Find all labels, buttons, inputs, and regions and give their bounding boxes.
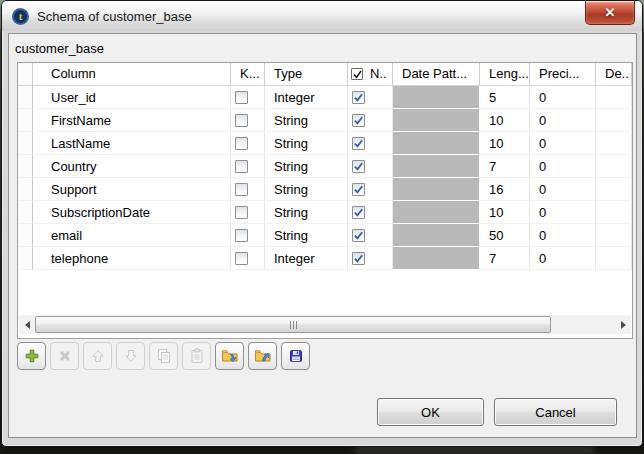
- default-cell[interactable]: [596, 224, 632, 247]
- default-cell[interactable]: [596, 155, 632, 178]
- add-column-button[interactable]: [17, 342, 46, 370]
- row-selector-cell[interactable]: [18, 201, 33, 224]
- cancel-button[interactable]: Cancel: [494, 398, 617, 426]
- paste-button: [182, 342, 211, 370]
- key-cell: [231, 201, 265, 224]
- nullable-checkbox[interactable]: [352, 229, 365, 242]
- schema-name-label: customer_base: [15, 41, 104, 56]
- nullable-checkbox[interactable]: [352, 206, 365, 219]
- scrollbar-track[interactable]: [35, 316, 615, 333]
- key-cell: [231, 178, 265, 201]
- nullable-checkbox[interactable]: [352, 114, 365, 127]
- type-cell[interactable]: String: [265, 132, 348, 155]
- close-button[interactable]: ✕: [585, 1, 635, 25]
- type-cell[interactable]: String: [265, 224, 348, 247]
- length-cell[interactable]: 10: [480, 132, 530, 155]
- length-cell[interactable]: 7: [480, 247, 530, 270]
- date-pattern-cell-disabled: [393, 201, 480, 224]
- key-checkbox[interactable]: [235, 160, 248, 173]
- key-checkbox[interactable]: [235, 252, 248, 265]
- column-name-cell[interactable]: Country: [33, 155, 231, 178]
- plus-icon: [24, 348, 40, 364]
- nullable-checkbox[interactable]: [352, 160, 365, 173]
- table-row: User_id Integer 5 0: [18, 86, 632, 109]
- length-cell[interactable]: 10: [480, 109, 530, 132]
- check-icon: [353, 161, 364, 172]
- precision-cell[interactable]: 0: [530, 224, 596, 247]
- select-all-nullable-checkbox[interactable]: [351, 68, 363, 80]
- nullable-checkbox[interactable]: [352, 137, 365, 150]
- default-cell[interactable]: [596, 178, 632, 201]
- precision-cell[interactable]: 0: [530, 247, 596, 270]
- window-titlebar[interactable]: t Schema of customer_base ✕: [2, 1, 642, 31]
- check-icon: [353, 138, 364, 149]
- nullable-checkbox[interactable]: [352, 183, 365, 196]
- default-cell[interactable]: [596, 132, 632, 155]
- column-name-cell[interactable]: email: [33, 224, 231, 247]
- type-cell[interactable]: Integer: [265, 86, 348, 109]
- type-cell[interactable]: String: [265, 109, 348, 132]
- key-checkbox[interactable]: [235, 229, 248, 242]
- table-row: Support String 16 0: [18, 178, 632, 201]
- dialog-action-buttons: OK Cancel: [377, 398, 617, 426]
- save-schema-button[interactable]: [281, 342, 310, 370]
- horizontal-scrollbar[interactable]: [19, 315, 631, 334]
- precision-cell[interactable]: 0: [530, 109, 596, 132]
- check-icon: [353, 70, 362, 79]
- type-cell[interactable]: String: [265, 201, 348, 224]
- column-name-cell[interactable]: LastName: [33, 132, 231, 155]
- key-checkbox[interactable]: [235, 114, 248, 127]
- row-selector-cell[interactable]: [18, 86, 33, 109]
- length-cell[interactable]: 50: [480, 224, 530, 247]
- table-body: User_id Integer 5 0 FirstName String 10 …: [18, 86, 632, 270]
- precision-cell[interactable]: 0: [530, 178, 596, 201]
- precision-cell[interactable]: 0: [530, 86, 596, 109]
- column-name-cell[interactable]: Support: [33, 178, 231, 201]
- date-pattern-cell-disabled: [393, 224, 480, 247]
- scroll-right-arrow[interactable]: [615, 315, 631, 334]
- length-cell[interactable]: 10: [480, 201, 530, 224]
- nullable-checkbox[interactable]: [352, 91, 365, 104]
- type-cell[interactable]: Integer: [265, 247, 348, 270]
- column-name-cell[interactable]: telephone: [33, 247, 231, 270]
- length-cell[interactable]: 16: [480, 178, 530, 201]
- precision-cell[interactable]: 0: [530, 132, 596, 155]
- type-cell[interactable]: String: [265, 178, 348, 201]
- key-cell: [231, 86, 265, 109]
- row-selector-cell[interactable]: [18, 132, 33, 155]
- default-cell[interactable]: [596, 86, 632, 109]
- date-pattern-cell-disabled: [393, 132, 480, 155]
- nullable-cell: [348, 155, 393, 178]
- row-selector-cell[interactable]: [18, 178, 33, 201]
- default-cell[interactable]: [596, 247, 632, 270]
- header-key: K...: [231, 63, 265, 86]
- key-checkbox[interactable]: [235, 91, 248, 104]
- arrow-down-icon: [123, 348, 139, 364]
- key-checkbox[interactable]: [235, 206, 248, 219]
- export-schema-button[interactable]: [248, 342, 277, 370]
- nullable-checkbox[interactable]: [352, 252, 365, 265]
- ok-button[interactable]: OK: [377, 398, 484, 426]
- scrollbar-thumb[interactable]: [35, 316, 551, 333]
- precision-cell[interactable]: 0: [530, 201, 596, 224]
- length-cell[interactable]: 5: [480, 86, 530, 109]
- default-cell[interactable]: [596, 109, 632, 132]
- column-name-cell[interactable]: SubscriptionDate: [33, 201, 231, 224]
- precision-cell[interactable]: 0: [530, 155, 596, 178]
- type-cell[interactable]: String: [265, 155, 348, 178]
- row-selector-cell[interactable]: [18, 224, 33, 247]
- row-selector-cell[interactable]: [18, 109, 33, 132]
- nullable-cell: [348, 109, 393, 132]
- default-cell[interactable]: [596, 201, 632, 224]
- row-selector-cell[interactable]: [18, 155, 33, 178]
- check-icon: [353, 207, 364, 218]
- scroll-left-arrow[interactable]: [19, 315, 35, 334]
- import-schema-button[interactable]: [215, 342, 244, 370]
- key-checkbox[interactable]: [235, 183, 248, 196]
- row-selector-cell[interactable]: [18, 247, 33, 270]
- column-name-cell[interactable]: User_id: [33, 86, 231, 109]
- column-name-cell[interactable]: FirstName: [33, 109, 231, 132]
- key-cell: [231, 109, 265, 132]
- length-cell[interactable]: 7: [480, 155, 530, 178]
- key-checkbox[interactable]: [235, 137, 248, 150]
